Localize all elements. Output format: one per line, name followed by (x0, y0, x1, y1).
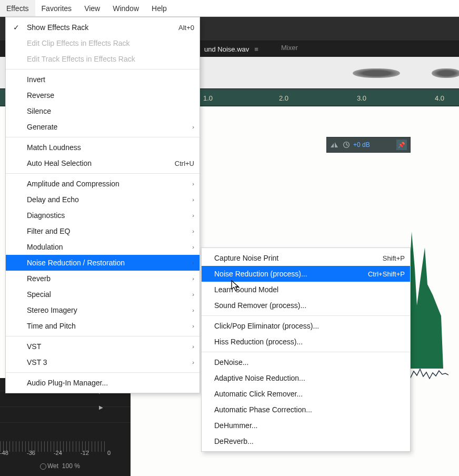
menu-item[interactable]: Generate› (6, 119, 199, 135)
menu-item-label: Match Loudness (27, 143, 81, 152)
chevron-right-icon: › (192, 291, 194, 298)
menu-separator (6, 173, 199, 174)
menu-item[interactable]: Noise Reduction / Restoration› (6, 255, 199, 271)
menu-separator (6, 372, 199, 373)
menu-item-label: Edit Clip Effects in Effects Rack (27, 39, 130, 47)
menu-item-label: Automatic Click Remover... (214, 390, 303, 398)
menu-item-label: DeHummer... (214, 421, 257, 430)
menu-item[interactable]: Automatic Click Remover... (202, 386, 410, 402)
file-tab-active[interactable]: und Noise.wav ≡ (198, 41, 265, 57)
menu-item-label: Automatic Phase Correction... (214, 405, 312, 414)
menu-item[interactable]: DeNoise... (202, 354, 410, 370)
chevron-right-icon: › (192, 244, 194, 250)
menu-item: Edit Clip Effects in Effects Rack (6, 35, 199, 51)
db-tick: -12 (81, 450, 89, 456)
menubar-help[interactable]: Help (145, 0, 173, 16)
menubar-view[interactable]: View (78, 0, 106, 16)
menubar-window[interactable]: Window (106, 0, 145, 16)
menu-item[interactable]: Hiss Reduction (process)... (202, 334, 410, 350)
menu-item[interactable]: Match Loudness (6, 140, 199, 155)
menubar: Effects Favorites View Window Help (0, 0, 459, 17)
menu-item-label: Modulation (27, 243, 63, 251)
menu-item[interactable]: VST 3› (6, 354, 199, 370)
menu-item[interactable]: Auto Heal SelectionCtrl+U (6, 155, 199, 171)
chevron-right-icon: › (192, 275, 194, 282)
ruler-tick: 2.0 (279, 94, 288, 102)
menu-item-label: Stereo Imagery (27, 306, 77, 314)
menu-item-label: Audio Plug-In Manager... (27, 379, 108, 387)
menu-item-label: Hiss Reduction (process)... (214, 338, 303, 346)
check-icon: ✓ (13, 23, 19, 32)
menu-item-label: Diagnostics (27, 211, 65, 220)
file-tab-options-icon[interactable]: ≡ (254, 45, 258, 53)
menu-item[interactable]: Delay and Echo› (6, 192, 199, 207)
expand-icon[interactable]: ▶ (99, 404, 103, 410)
menu-item[interactable]: Amplitude and Compression› (6, 176, 199, 192)
menu-item[interactable]: Stereo Imagery› (6, 302, 199, 318)
menu-shortcut: Shift+P (383, 254, 405, 262)
chevron-right-icon: › (192, 196, 194, 203)
pin-icon[interactable]: 📌 (396, 140, 407, 150)
menu-item[interactable]: Audio Plug-In Manager... (6, 375, 199, 391)
noise-reduction-submenu: Capture Noise PrintShift+PNoise Reductio… (201, 247, 411, 452)
menu-item[interactable]: Diagnostics› (6, 207, 199, 223)
menu-item[interactable]: DeReverb... (202, 433, 410, 449)
menu-item[interactable]: Time and Pitch› (6, 318, 199, 334)
menu-item-label: Sound Remover (process)... (214, 301, 306, 310)
wet-label: Wet 100 % (47, 462, 80, 470)
menu-item-label: Noise Reduction / Restoration (27, 259, 125, 267)
menu-item[interactable]: Automatic Phase Correction... (202, 402, 410, 418)
menu-separator (6, 69, 199, 70)
chevron-right-icon: › (192, 307, 194, 313)
menu-item[interactable]: VST› (6, 339, 199, 354)
menu-item[interactable]: ✓Show Effects RackAlt+0 (6, 19, 199, 35)
menu-item-label: Show Effects Rack (27, 23, 88, 32)
ruler-tick: 3.0 (357, 94, 366, 102)
menu-item[interactable]: Reverb› (6, 271, 199, 286)
chevron-right-icon: › (192, 260, 194, 266)
menu-item[interactable]: Silence (6, 103, 199, 119)
menu-item-label: Learn Sound Model (214, 285, 278, 294)
level-icon (330, 141, 340, 148)
menu-item-label: DeReverb... (214, 437, 254, 445)
wet-toggle-icon[interactable] (40, 463, 46, 470)
menu-item[interactable]: Noise Reduction (process)...Ctrl+Shift+P (202, 266, 410, 282)
menu-item[interactable]: Adaptive Noise Reduction... (202, 370, 410, 386)
menu-item[interactable]: Special› (6, 286, 199, 302)
menu-shortcut: Alt+0 (178, 24, 194, 32)
menu-item-label: VST 3 (27, 358, 47, 366)
gain-hud[interactable]: +0 dB 📌 (326, 137, 411, 153)
menu-item[interactable]: Modulation› (6, 239, 199, 255)
menubar-effects[interactable]: Effects (0, 0, 35, 16)
chevron-right-icon: › (192, 181, 194, 187)
menu-item[interactable]: Sound Remover (process)... (202, 298, 410, 313)
db-scale: -48 -36 -24 -12 0 (0, 441, 121, 462)
menu-item[interactable]: Capture Noise PrintShift+P (202, 250, 410, 266)
waveform-blob (432, 68, 459, 78)
menu-item-label: Reverse (27, 91, 54, 100)
menu-item-label: Noise Reduction (process)... (214, 270, 307, 278)
menu-separator (6, 336, 199, 336)
menubar-favorites[interactable]: Favorites (35, 0, 78, 16)
chevron-right-icon: › (192, 124, 194, 130)
menu-item-label: Delay and Echo (27, 195, 79, 204)
menu-item-label: Special (27, 290, 51, 299)
menu-separator (202, 315, 410, 316)
clock-icon (343, 141, 350, 148)
mixer-tab[interactable]: Mixer (274, 41, 305, 57)
db-tick: -48 (0, 450, 8, 456)
menu-item-label: Amplitude and Compression (27, 180, 119, 188)
chevron-right-icon: › (192, 359, 194, 365)
menu-item[interactable]: DeHummer... (202, 418, 410, 433)
menu-item[interactable]: Invert (6, 72, 199, 87)
menu-item[interactable]: Reverse (6, 87, 199, 103)
menu-item-label: Invert (27, 75, 45, 84)
menu-item[interactable]: Click/Pop Eliminator (process)... (202, 318, 410, 334)
menu-item-label: Time and Pitch (27, 322, 76, 330)
menu-item-label: DeNoise... (214, 358, 248, 366)
menu-separator (202, 352, 410, 352)
effects-menu: ✓Show Effects RackAlt+0Edit Clip Effects… (5, 17, 200, 393)
menu-item-label: Capture Noise Print (214, 254, 278, 262)
menu-item[interactable]: Filter and EQ› (6, 223, 199, 239)
menu-item-label: Reverb (27, 274, 51, 283)
